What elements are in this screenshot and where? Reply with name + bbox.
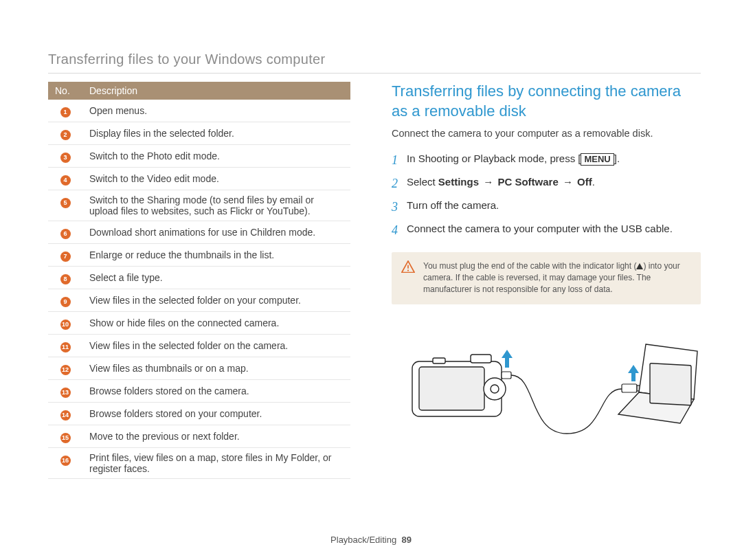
footer-section: Playback/Editing	[330, 535, 396, 545]
table-row: 14Browse folders stored on your computer…	[48, 403, 350, 425]
row-number-badge: 9	[60, 297, 71, 307]
row-desc: Show or hide files on the connected came…	[82, 312, 350, 335]
arrow-icon: →	[559, 176, 577, 188]
row-desc: Display files in the selected folder.	[82, 122, 350, 145]
table-header-desc: Description	[82, 82, 350, 100]
table-header-row: No. Description	[48, 82, 350, 100]
row-number-badge: 10	[60, 320, 71, 330]
svg-marker-13	[628, 365, 639, 373]
row-number-badge: 5	[60, 198, 71, 208]
bold-off: Off	[577, 176, 592, 188]
table-row: 4Switch to the Video edit mode.	[48, 168, 350, 190]
step-text: Connect the camera to your computer with…	[407, 221, 673, 239]
row-desc: Download short animations for use in Chi…	[82, 221, 350, 244]
row-number-badge: 16	[60, 456, 71, 466]
row-number-badge: 6	[60, 229, 71, 239]
svg-rect-15	[650, 363, 691, 405]
row-desc: Move to the previous or next folder.	[82, 425, 350, 448]
arrow-icon: →	[479, 176, 497, 188]
row-number-badge: 15	[60, 433, 71, 443]
table-row: 15Move to the previous or next folder.	[48, 425, 350, 448]
svg-rect-14	[631, 373, 636, 381]
table-header-no: No.	[48, 82, 82, 100]
svg-rect-3	[419, 367, 484, 410]
row-number-badge: 13	[60, 388, 71, 398]
row-number-badge: 2	[60, 130, 71, 140]
left-column: No. Description 1Open menus. 2Display fi…	[48, 82, 350, 479]
warning-icon	[401, 260, 415, 273]
row-number-badge: 14	[60, 410, 71, 421]
svg-point-5	[491, 385, 499, 393]
row-number-badge: 7	[60, 251, 71, 262]
table-row: 2Display files in the selected folder.	[48, 122, 350, 145]
right-column: Transferring files by connecting the cam…	[392, 82, 701, 479]
steps-list: In Shooting or Playback mode, press [MEN…	[392, 151, 701, 239]
row-number-badge: 11	[60, 342, 71, 352]
table-row: 16Print files, view files on a map, stor…	[48, 448, 350, 479]
table-row: 9View files in the selected folder on yo…	[48, 289, 350, 312]
step-item: Select Settings → PC Software → Off.	[392, 175, 701, 192]
step-text: Turn off the camera.	[407, 198, 499, 216]
row-desc: View files as thumbnails or on a map.	[82, 357, 350, 380]
section-intro: Connect the camera to your computer as a…	[392, 128, 701, 139]
table-row: 7Enlarge or reduce the thumbnails in the…	[48, 244, 350, 267]
step-item: In Shooting or Playback mode, press [MEN…	[392, 151, 701, 169]
svg-rect-6	[471, 355, 491, 363]
svg-rect-8	[502, 372, 511, 379]
table-row: 12View files as thumbnails or on a map.	[48, 357, 350, 380]
row-desc: Switch to the Video edit mode.	[82, 168, 350, 190]
table-row: 13Browse folders stored on the camera.	[48, 380, 350, 403]
row-number-badge: 1	[60, 107, 71, 117]
row-desc: Switch to the Photo edit mode.	[82, 145, 350, 168]
row-number-badge: 12	[60, 365, 71, 375]
two-column-layout: No. Description 1Open menus. 2Display fi…	[48, 82, 701, 479]
connection-illustration	[392, 324, 701, 454]
table-row: 6Download short animations for use in Ch…	[48, 221, 350, 244]
step-text: ].	[614, 153, 620, 164]
step-text: .	[592, 176, 595, 188]
row-desc: Switch to the Sharing mode (to send file…	[82, 190, 350, 221]
table-row: 1Open menus.	[48, 100, 350, 122]
step-text: In Shooting or Playback mode, press [	[407, 153, 581, 164]
menu-button-label: MENU	[581, 153, 614, 166]
table-row: 8Select a file type.	[48, 267, 350, 289]
section-heading: Transferring files by connecting the cam…	[392, 82, 701, 121]
description-table: No. Description 1Open menus. 2Display fi…	[48, 82, 350, 479]
step-item: Connect the camera to your computer with…	[392, 221, 701, 239]
page-title: Transferring files to your Windows compu…	[48, 52, 701, 74]
row-desc: View files in the selected folder on the…	[82, 335, 350, 357]
table-row: 5Switch to the Sharing mode (to send fil…	[48, 190, 350, 221]
bold-settings: Settings	[438, 176, 479, 188]
row-desc: Browse folders stored on your computer.	[82, 403, 350, 425]
bold-pc-software: PC Software	[497, 176, 558, 188]
page-number: 89	[401, 535, 411, 545]
svg-rect-7	[433, 358, 445, 363]
row-desc: View files in the selected folder on you…	[82, 289, 350, 312]
table-row: 10Show or hide files on the connected ca…	[48, 312, 350, 335]
warning-text: You must plug the end of the cable with …	[423, 261, 636, 271]
row-number-badge: 4	[60, 175, 71, 186]
warning-note: You must plug the end of the cable with …	[392, 252, 701, 304]
svg-rect-10	[505, 358, 509, 368]
triangle-up-icon	[636, 263, 643, 269]
row-number-badge: 8	[60, 274, 71, 284]
step-item: Turn off the camera.	[392, 198, 701, 216]
page-footer: Playback/Editing 89	[0, 535, 742, 545]
row-number-badge: 3	[60, 153, 71, 163]
table-row: 11View files in the selected folder on t…	[48, 335, 350, 357]
row-desc: Enlarge or reduce the thumbnails in the …	[82, 244, 350, 267]
row-desc: Print files, view files on a map, store …	[82, 448, 350, 479]
table-row: 3Switch to the Photo edit mode.	[48, 145, 350, 168]
svg-point-1	[407, 269, 409, 271]
row-desc: Select a file type.	[82, 267, 350, 289]
row-desc: Browse folders stored on the camera.	[82, 380, 350, 403]
row-desc: Open menus.	[82, 100, 350, 122]
svg-marker-9	[502, 350, 513, 358]
step-text: Select	[407, 176, 438, 188]
svg-rect-11	[622, 384, 637, 392]
manual-page: Transferring files to your Windows compu…	[0, 0, 742, 560]
